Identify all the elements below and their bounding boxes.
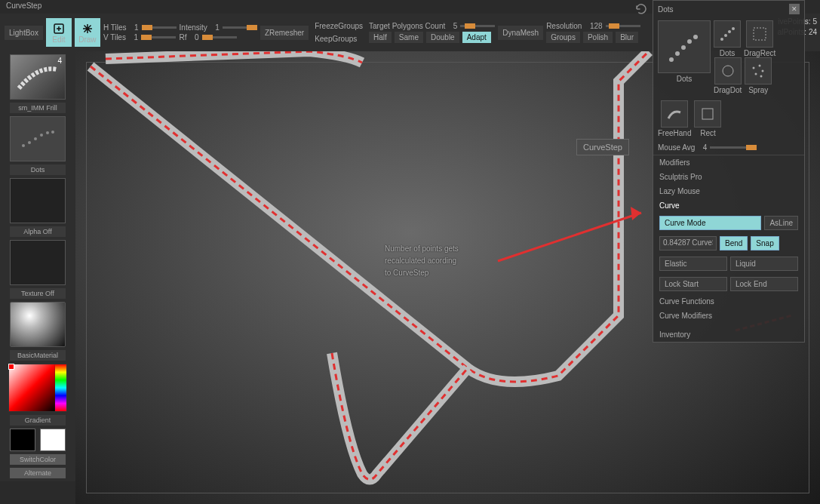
lockend-button[interactable]: Lock End [730,277,798,291]
polish-button[interactable]: Polish [583,32,613,43]
curvestep-input[interactable]: 0.84287 CurveStep [659,236,717,250]
keep-groups-button[interactable]: KeepGroups [312,33,366,45]
same-button[interactable]: Same [395,32,423,43]
double-button[interactable]: Double [426,32,459,43]
mouseavg-label: Mouse Avg [658,143,695,152]
htiles-label: H Tiles [103,23,127,32]
alternate-button[interactable]: Alternate [10,468,66,478]
svg-point-23 [762,70,764,72]
curve-modifiers-section[interactable]: Curve Modifiers [653,309,804,323]
svg-rect-19 [754,28,766,40]
stroke-dragrect-btn[interactable] [746,20,773,48]
stroke-panel[interactable]: Dots ✕ Dots Dots DragRect DragDot Spray … [653,0,805,343]
texture-thumb[interactable] [10,240,66,285]
edit-button[interactable]: Edit [46,18,72,47]
mouse-avg-slider[interactable]: Mouse Avg 4 [658,143,800,152]
intensity-label: Intensity [180,23,207,32]
elastic-button[interactable]: Elastic [659,257,727,271]
resolution-slider[interactable]: Resolution 128 [546,22,640,30]
target-poly-slider[interactable]: Target Polygons Count 5 [369,22,495,30]
svg-point-5 [46,131,49,134]
freeze-groups-button[interactable]: FreezeGroups [312,20,366,32]
alpha-thumb[interactable] [10,178,66,223]
lazymouse-section[interactable]: Lazy Mouse [653,184,804,198]
blur-button[interactable]: Blur [616,32,638,43]
adapt-button[interactable]: Adapt [462,32,491,43]
material-label: BasicMaterial [10,350,66,361]
curve-mode-button[interactable]: Curve Mode [659,216,761,230]
lightbox-button[interactable]: LightBox [5,26,43,40]
panel-title: Dots [658,5,674,14]
rf-slider[interactable]: Rf 0 [180,33,257,41]
material-thumb[interactable] [10,302,66,347]
svg-point-15 [720,38,723,41]
vtiles-label: V Tiles [103,33,126,41]
groups-button[interactable]: Groups [546,32,580,43]
liquid-button[interactable]: Liquid [730,257,798,271]
mouseavg-value: 4 [703,143,708,152]
zremesher-button[interactable]: ZRemesher [260,26,309,40]
brush-thumb[interactable]: 4 [10,54,66,100]
svg-point-1 [22,144,25,147]
spray-icon [749,62,767,80]
stroke-label: Dots [10,164,66,175]
stroke-dots-btn[interactable] [714,20,741,48]
annotation-line3: to CurveStep [385,267,459,279]
color-swatches[interactable] [10,429,66,451]
res-label: Resolution [546,22,582,30]
rf-value: 0 [195,33,199,41]
gradient-label: Gradient [10,415,66,426]
svg-point-18 [732,27,735,30]
bend-button[interactable]: Bend [720,236,748,250]
stroke-dragdot-btn[interactable] [714,57,742,85]
intensity-slider[interactable]: Intensity 1 [180,23,257,32]
snap-button[interactable]: Snap [751,236,779,250]
freehand-icon [665,105,683,123]
stroke-dots-big[interactable] [658,20,711,73]
svg-point-24 [755,73,757,75]
htiles-value: 1 [134,23,139,32]
edit-icon [52,22,66,35]
swatch-black[interactable] [10,429,35,451]
sculptris-section[interactable]: Sculptris Pro [653,170,804,184]
panel-close-icon[interactable]: ✕ [789,4,800,14]
svg-point-20 [723,66,733,76]
dragrect-icon [751,25,769,43]
swatch-white[interactable] [40,429,66,451]
reload-icon[interactable] [634,2,648,16]
half-button[interactable]: Half [369,32,392,43]
lockstart-button[interactable]: Lock Start [659,277,727,291]
frill-icon [15,62,60,92]
svg-point-2 [28,141,31,144]
svg-point-21 [753,67,755,69]
color-picker[interactable] [8,364,67,412]
draw-button[interactable]: Draw [75,18,100,47]
svg-point-22 [759,65,761,67]
brush-label: sm_IMM Frill [10,103,66,113]
stroke-spray-btn[interactable] [745,57,772,85]
stroke-rect-btn[interactable] [694,100,721,128]
vtiles-value: 1 [134,33,138,41]
svg-point-6 [51,131,54,134]
svg-point-16 [724,34,727,37]
curve-section[interactable]: Curve [653,198,804,213]
curvestep-label: CurveStep [692,238,713,248]
curve-functions-section[interactable]: Curve Functions [653,294,804,309]
modifiers-section[interactable]: Modifiers [653,155,804,170]
svg-point-3 [34,137,37,140]
stroke-thumb[interactable] [10,116,66,161]
texture-label: Texture Off [10,288,66,299]
alpha-label: Alpha Off [10,226,66,237]
htiles-slider[interactable]: H Tiles 1 [103,23,177,32]
inventory-section[interactable]: Inventory [653,327,804,342]
switch-color-button[interactable]: SwitchColor [10,454,66,465]
stroke-freehand-btn[interactable] [661,100,688,128]
dots-sm-label: Dots [720,49,736,57]
edit-label: Edit [52,35,65,44]
dynamesh-button[interactable]: DynaMesh [498,26,543,40]
total-value: 24 [809,28,817,36]
vtiles-slider[interactable]: V Tiles 1 [103,33,177,41]
dragdot-label: DragDot [714,86,742,94]
svg-point-14 [693,35,698,39]
asline-button[interactable]: AsLine [764,216,798,230]
